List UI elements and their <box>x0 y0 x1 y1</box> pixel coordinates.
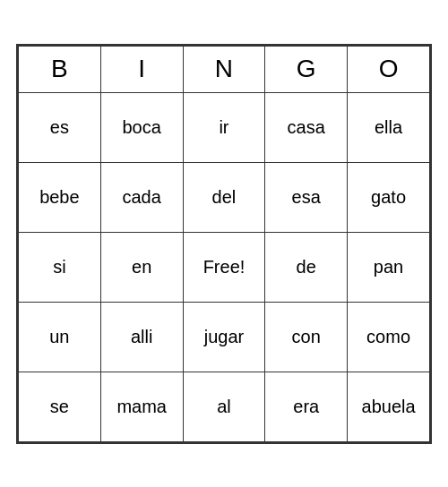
header-col-b: B <box>19 46 101 92</box>
table-row: esbocaircasaella <box>19 92 430 162</box>
cell-r4-c2: al <box>183 372 265 441</box>
cell-r1-c3: esa <box>265 162 348 232</box>
cell-r0-c0: es <box>19 92 101 162</box>
table-row: sienFree!depan <box>19 232 430 302</box>
header-col-g: G <box>265 46 348 92</box>
cell-r2-c4: pan <box>348 232 430 302</box>
header-col-n: N <box>183 46 265 92</box>
cell-r0-c2: ir <box>183 92 265 162</box>
header-row: BINGO <box>19 46 430 92</box>
cell-r0-c4: ella <box>348 92 430 162</box>
bingo-table: BINGO esbocaircasaellabebecadadelesagato… <box>18 46 430 442</box>
cell-r1-c2: del <box>183 162 265 232</box>
cell-r1-c1: cada <box>100 162 183 232</box>
table-row: semamaaleraabuela <box>19 372 430 441</box>
bingo-card: BINGO esbocaircasaellabebecadadelesagato… <box>16 44 432 444</box>
header-col-o: O <box>348 46 430 92</box>
cell-r0-c1: boca <box>100 92 183 162</box>
cell-r4-c3: era <box>265 372 348 441</box>
cell-r3-c2: jugar <box>183 302 265 372</box>
table-row: unallijugarconcomo <box>19 302 430 372</box>
cell-r2-c3: de <box>265 232 348 302</box>
cell-r2-c1: en <box>100 232 183 302</box>
table-row: bebecadadelesagato <box>19 162 430 232</box>
cell-r0-c3: casa <box>265 92 348 162</box>
cell-r1-c0: bebe <box>19 162 101 232</box>
cell-r2-c2: Free! <box>183 232 265 302</box>
cell-r2-c0: si <box>19 232 101 302</box>
cell-r3-c4: como <box>348 302 430 372</box>
cell-r4-c1: mama <box>100 372 183 441</box>
cell-r3-c0: un <box>19 302 101 372</box>
cell-r3-c1: alli <box>100 302 183 372</box>
header-col-i: I <box>100 46 183 92</box>
cell-r4-c4: abuela <box>348 372 430 441</box>
cell-r4-c0: se <box>19 372 101 441</box>
cell-r3-c3: con <box>265 302 348 372</box>
cell-r1-c4: gato <box>348 162 430 232</box>
